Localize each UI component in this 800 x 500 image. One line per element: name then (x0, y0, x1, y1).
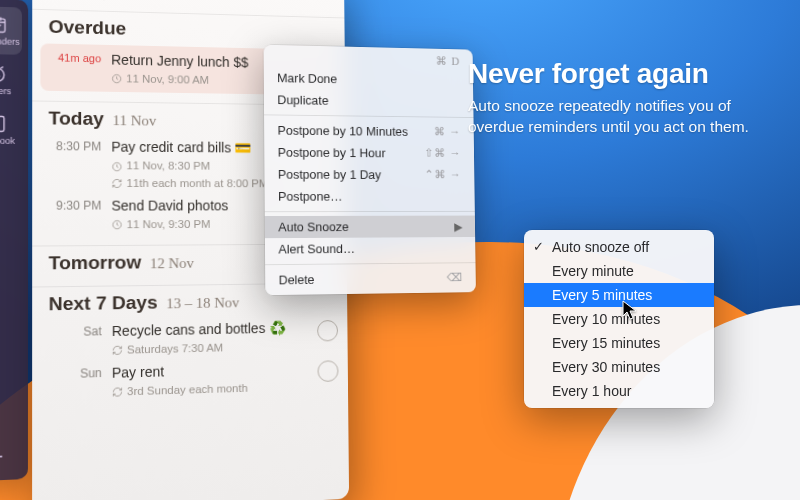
promo-copy: Never forget again Auto snooze repeatedl… (468, 58, 788, 138)
repeat-icon (112, 387, 123, 398)
reminder-day: Sat (49, 322, 102, 339)
promo-body: Auto snooze repeatedly notifies you of o… (468, 96, 788, 138)
reminder-datetime: 11 Nov, 9:00 AM (126, 72, 209, 89)
submenu-item-1m[interactable]: Every minute (524, 259, 714, 283)
menu-item-auto-snooze[interactable]: Auto Snooze▶ (265, 216, 475, 239)
complete-toggle[interactable] (317, 320, 338, 342)
menu-item-alert-sound[interactable]: Alert Sound… (265, 237, 476, 260)
menu-item-duplicate[interactable]: Duplicate (264, 89, 474, 114)
reminder-day: Sun (49, 364, 102, 381)
submenu-item-15m[interactable]: Every 15 minutes (524, 331, 714, 355)
reminder-repeat: Saturdays 7:30 AM (127, 340, 223, 357)
calendar-check-icon (0, 14, 8, 34)
reminder-row[interactable]: Sun Pay rent 3rd Sunday each month (32, 354, 348, 404)
reminder-repeat: 3rd Sunday each month (127, 381, 248, 400)
submenu-item-1h[interactable]: Every 1 hour (524, 379, 714, 403)
reminder-time: 9:30 PM (49, 197, 102, 213)
search-icon (44, 0, 57, 1)
svg-point-1 (0, 68, 4, 81)
sidebar-rail: Reminders Timers Logbook + (0, 0, 28, 482)
clock-icon (112, 220, 123, 231)
menu-item-delete[interactable]: Delete⌫ (265, 267, 476, 291)
search-placeholder: Search (64, 0, 105, 3)
sidebar-item-reminders[interactable]: Reminders (0, 6, 22, 55)
overdue-age: 41m ago (49, 49, 102, 64)
section-title: Tomorrow (49, 251, 142, 273)
repeat-icon (112, 345, 123, 356)
promo-headline: Never forget again (468, 58, 788, 90)
sidebar-item-label: Reminders (0, 36, 20, 47)
auto-snooze-submenu: Auto snooze off Every minute Every 5 min… (524, 230, 714, 408)
section-date: 13 – 18 Nov (166, 294, 239, 311)
complete-toggle[interactable] (317, 360, 338, 382)
reminder-time: 8:30 PM (49, 138, 102, 154)
submenu-item-off[interactable]: Auto snooze off (524, 235, 714, 259)
clock-icon (111, 161, 122, 172)
menu-item-postpone-1h[interactable]: Postpone by 1 Hour⇧⌘ → (264, 141, 474, 164)
sidebar-item-logbook[interactable]: Logbook (0, 106, 22, 154)
svg-rect-2 (0, 116, 4, 131)
reminder-datetime: 11 Nov, 8:30 PM (126, 159, 210, 175)
reminder-title: Recycle cans and bottles ♻️ (112, 318, 308, 340)
menu-item-postpone-custom[interactable]: Postpone… (265, 185, 475, 207)
reminder-datetime: 11 Nov, 9:30 PM (127, 217, 211, 232)
section-title: Overdue (49, 16, 127, 38)
menu-item-postpone-1d[interactable]: Postpone by 1 Day⌃⌘ → (264, 163, 474, 186)
context-menu: ⌘ D Mark Done Duplicate Postpone by 10 M… (264, 45, 476, 295)
search-field[interactable]: Search (32, 0, 344, 17)
repeat-icon (111, 178, 122, 189)
reminder-repeat: 11th each month at 8:00 PM (126, 176, 267, 191)
submenu-item-5m[interactable]: Every 5 minutes (524, 283, 714, 307)
clock-icon (111, 73, 122, 84)
section-title: Next 7 Days (49, 292, 158, 314)
add-button[interactable]: + (0, 443, 3, 470)
menu-item-postpone-10m[interactable]: Postpone by 10 Minutes⌘ → (264, 119, 474, 143)
sidebar-item-label: Logbook (0, 136, 15, 146)
submenu-item-30m[interactable]: Every 30 minutes (524, 355, 714, 379)
sidebar-item-timers[interactable]: Timers (0, 56, 22, 105)
mouse-cursor-icon (622, 300, 638, 322)
book-icon (0, 114, 7, 134)
section-date: 12 Nov (150, 255, 194, 271)
section-date: 11 Nov (113, 113, 157, 129)
section-title: Today (49, 108, 104, 129)
chevron-right-icon: ▶ (454, 220, 462, 233)
alarm-clock-icon (0, 64, 8, 84)
submenu-item-10m[interactable]: Every 10 minutes (524, 307, 714, 331)
sidebar-item-label: Timers (0, 86, 11, 96)
